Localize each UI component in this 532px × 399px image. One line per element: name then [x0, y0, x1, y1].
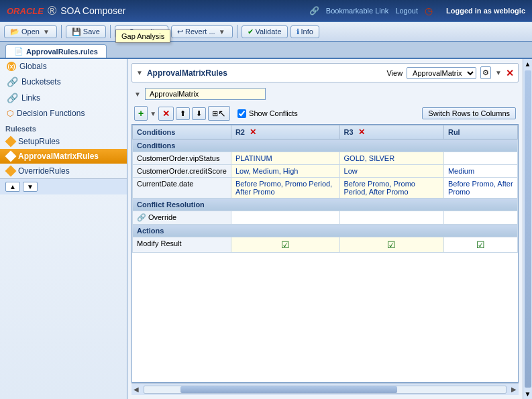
vip-status-label: CustomerOrder.vipStatus	[133, 152, 231, 165]
oracle-logo-text: ORACLE	[7, 6, 44, 16]
logout-link[interactable]: Logout	[395, 7, 418, 15]
checkbox-r2-icon: ☑	[281, 239, 290, 250]
sidebar-item-bucketsets[interactable]: 🔗 Bucketsets	[0, 74, 127, 90]
setuprules-icon	[5, 136, 17, 148]
matrix-collapse-button[interactable]: ▼	[134, 91, 141, 98]
matrix-table: Conditions R2 ✕ R3 ✕ Rul	[132, 125, 518, 253]
approval-rules-tab[interactable]: 📄 ApprovalRules.rules	[5, 44, 107, 58]
vip-status-r3[interactable]: GOLD, SILVER	[339, 152, 443, 165]
add-button[interactable]: +	[134, 106, 148, 121]
sidebar-nav: ▲ ▼	[0, 178, 127, 194]
scroll-right-button[interactable]: ▶	[509, 386, 519, 393]
logged-in-info: Logged in as weblogic	[446, 7, 525, 15]
switch-rows-button[interactable]: Switch Rows to Columns	[422, 107, 516, 119]
show-conflicts-checkbox[interactable]	[237, 109, 246, 118]
sidebar-down-button[interactable]: ▼	[23, 182, 38, 192]
decision-functions-icon: ⬡	[7, 109, 13, 118]
gap-analysis-button[interactable]: ⊞ ↖	[208, 106, 230, 121]
toolbar-sep-1	[61, 25, 62, 38]
current-date-r3-value: Before Promo, Promo Period, After Promo	[344, 180, 415, 196]
override-icon: 🔗	[137, 213, 146, 221]
dropdown-arrow: ▼	[495, 69, 502, 76]
overriderules-icon	[5, 166, 17, 177]
sidebar-item-globals[interactable]: (x) Globals	[0, 59, 127, 74]
matrix-name-input[interactable]	[145, 88, 266, 100]
actions-section-label: Actions	[133, 225, 518, 237]
add-dropdown-arrow[interactable]: ▼	[150, 110, 156, 117]
bucketsets-icon: 🔗	[7, 76, 18, 87]
modify-result-row: Modify Result ☑ ☑ ☑	[133, 237, 518, 253]
move-down-button[interactable]: ⬇	[192, 107, 206, 120]
move-up-button[interactable]: ⬆	[176, 107, 190, 120]
toolbar-sep-3	[237, 25, 237, 38]
main-toolbar: 📂 Open ▼ 💾 Save ✔ Commit ... ↩ Revert ..…	[0, 21, 532, 42]
r2-col-header: R2 ✕	[231, 125, 339, 139]
sidebar-item-overriderules[interactable]: OverrideRules	[0, 164, 127, 178]
bookmarkable-link[interactable]: Bookmarkable Link	[326, 7, 389, 15]
override-label: 🔗 Override	[133, 211, 231, 225]
scroll-left-button[interactable]: ◀	[131, 386, 141, 393]
current-date-r2[interactable]: Before Promo, Promo Period, After Promo	[231, 178, 339, 198]
sidebar-up-button[interactable]: ▲	[5, 182, 20, 192]
add-icon: +	[138, 108, 144, 119]
modify-result-r2[interactable]: ☑	[231, 237, 339, 253]
collapse-button[interactable]: ▼	[136, 69, 143, 76]
toolbar-sep-2	[110, 25, 111, 38]
rul-col-header: Rul	[443, 125, 517, 139]
r2-close-icon[interactable]: ✕	[250, 127, 256, 137]
sidebar-item-links[interactable]: 🔗 Links	[0, 90, 127, 106]
conditions-col-header: Conditions	[133, 125, 231, 139]
open-dropdown-arrow[interactable]: ▼	[42, 28, 51, 36]
credit-score-r2-value: Low, Medium, High	[235, 167, 299, 175]
sidebar-item-approvalmatrixrules[interactable]: ApprovalMatrixRules	[0, 149, 127, 164]
save-icon: 💾	[72, 27, 81, 36]
credit-score-r3-value: Low	[344, 167, 358, 175]
delete-icon: ✕	[162, 109, 170, 119]
revert-icon: ↩	[177, 27, 183, 36]
app-title: SOA Composer	[60, 5, 125, 16]
scroll-up-button[interactable]: ▲	[523, 59, 532, 69]
credit-score-r4[interactable]: Medium	[443, 165, 517, 178]
delete-row-button[interactable]: ✕	[158, 107, 174, 121]
horizontal-scrollbar[interactable]	[144, 386, 507, 394]
credit-score-r4-value: Medium	[448, 167, 474, 175]
modify-result-r4[interactable]: ☑	[443, 237, 517, 253]
validate-button[interactable]: ✔ Validate	[242, 25, 288, 38]
view-label: View	[386, 69, 403, 77]
override-r2	[231, 211, 339, 225]
logout-icon: ◷	[425, 5, 433, 16]
vip-status-extra	[443, 152, 517, 165]
info-button[interactable]: ℹ Info	[290, 25, 319, 38]
v-scrollbar-thumb	[525, 70, 531, 388]
r3-close-icon[interactable]: ✕	[358, 127, 365, 137]
settings-icon-button[interactable]: ⚙	[480, 66, 491, 79]
open-button[interactable]: 📂 Open ▼	[4, 25, 57, 38]
app-logo: ORACLE ® SOA Composer	[7, 4, 125, 18]
main-layout: (x) Globals 🔗 Bucketsets 🔗 Links ⬡ Decis…	[0, 59, 532, 399]
scroll-down-button[interactable]: ▼	[523, 389, 532, 399]
modify-result-label: Modify Result	[133, 237, 231, 253]
r3-col-header: R3 ✕	[339, 125, 443, 139]
current-date-r4[interactable]: Before Promo, After Promo	[443, 178, 517, 198]
revert-dropdown-arrow[interactable]: ▼	[217, 28, 227, 36]
show-conflicts-container: Show Conflicts	[237, 109, 298, 118]
sidebar-item-setuprules[interactable]: SetupRules	[0, 134, 127, 149]
actions-section-row: Actions	[133, 225, 518, 237]
tab-bar: 📄 ApprovalRules.rules	[0, 42, 532, 59]
sidebar-item-decision-functions[interactable]: ⬡ Decision Functions	[0, 106, 127, 121]
vip-status-r2[interactable]: PLATINUM	[231, 152, 339, 165]
vip-status-r2-value: PLATINUM	[235, 154, 272, 162]
revert-button[interactable]: ↩ Revert ... ▼	[171, 25, 233, 38]
modify-result-r3[interactable]: ☑	[339, 237, 443, 253]
current-date-label: CurrentDate.date	[133, 178, 231, 198]
credit-score-r3[interactable]: Low	[339, 165, 443, 178]
view-select[interactable]: ApprovalMatrix	[407, 67, 476, 79]
current-date-r4-value: Before Promo, After Promo	[448, 180, 513, 196]
right-scrollbar: ▲ ▼	[523, 59, 532, 399]
delete-button[interactable]: ✕	[506, 68, 514, 78]
move-up-icon: ⬆	[180, 109, 186, 118]
credit-score-r2[interactable]: Low, Medium, High	[231, 165, 339, 178]
save-button[interactable]: 💾 Save	[66, 25, 106, 38]
current-date-r3[interactable]: Before Promo, Promo Period, After Promo	[339, 178, 443, 198]
credit-score-label: CustomerOrder.creditScore	[133, 165, 231, 178]
